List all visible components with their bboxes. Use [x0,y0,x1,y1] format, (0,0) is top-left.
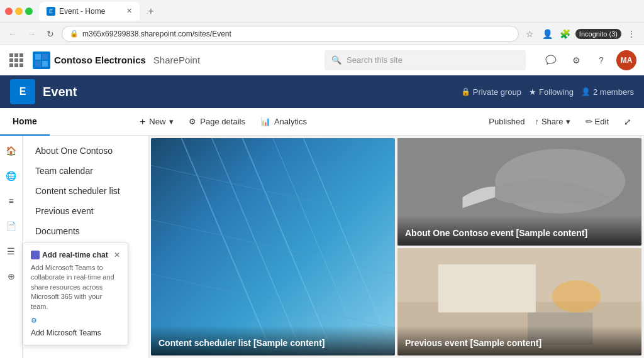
forward-button[interactable]: → [24,26,39,41]
svg-line-5 [182,138,274,355]
analytics-button[interactable]: 📊 Analytics [254,112,313,132]
sidebar-item-documents[interactable]: Documents [23,221,148,241]
grid-item-2-label: About One Contoso event [Sample content] [397,215,641,246]
waffle-menu[interactable] [8,52,25,69]
app-name: SharePoint [153,55,200,65]
bookmark-icon[interactable]: ☆ [523,26,538,41]
browser-dots [5,8,33,15]
browser-actions: ☆ 👤 🧩 Incognito (3) ⋮ [523,26,639,41]
new-button[interactable]: + New ▾ [133,112,180,132]
grid-item-main-label: Content scheduler list [Sample content] [151,325,395,355]
svg-rect-1 [35,54,41,60]
private-group-label: 🔒 Private group [461,87,521,97]
published-status: Published [489,117,525,126]
toolbar: + New ▾ ⚙ Page details 📊 Analytics [126,112,489,132]
page-details-button[interactable]: ⚙ Page details [182,112,252,132]
site-logo: E [10,79,35,104]
brand-name: Contoso Electronics [54,55,146,65]
teams-icon [31,251,40,259]
browser-tab[interactable]: E Event - Home ✕ [39,2,140,21]
site-logo-letter: E [19,86,26,97]
sidebar-item-previous-event[interactable]: Previous event [23,201,148,221]
people-icon: 👤 [581,87,591,96]
tab-close-button[interactable]: ✕ [126,7,132,15]
tab-title: Event - Home [59,7,105,16]
list-icon[interactable]: ☰ [1,241,21,261]
sidebar: About One Contoso Team calendar Content … [23,136,148,358]
incognito-badge[interactable]: Incognito (3) [575,29,621,39]
grid-item-3-label: Previous event [Sample content] [397,325,641,355]
dot-red[interactable] [5,8,13,15]
plus-icon: + [140,116,145,127]
avatar[interactable]: MA [616,50,636,70]
toolbar-right: Published ↑ Share ▾ ✏ Edit ⤢ [489,113,644,131]
main-layout: 🏠 🌐 ≡ 📄 ☰ ⊕ About One Contoso Team calen… [0,136,644,358]
back-button[interactable]: ← [5,26,20,41]
svg-rect-3 [35,61,41,67]
svg-line-6 [212,138,304,355]
add-teams-button[interactable]: Add Microsoft Teams [31,328,120,337]
layers-icon[interactable]: ≡ [1,191,21,211]
grid-item-presentation[interactable]: Previous event [Sample content] [397,248,641,355]
lock-small-icon: 🔒 [461,87,470,96]
teams-popup-description: Add Microsoft Teams to collaborate in re… [31,263,120,312]
analytics-icon: 📊 [260,117,270,126]
main-image [151,138,395,355]
address-bar[interactable]: 🔒 m365x69299838.sharepoint.com/sites/Eve… [62,26,519,42]
share-chevron-icon: ▾ [566,117,570,126]
following-button[interactable]: ★ Following [529,87,574,97]
dot-yellow[interactable] [15,8,23,15]
nav-bar: Home + New ▾ ⚙ Page details 📊 Analytics … [0,108,644,136]
profile-icon[interactable]: 👤 [540,26,555,41]
search-box[interactable]: 🔍 Search this site [325,50,526,70]
sidebar-item-calendar[interactable]: Team calendar [23,161,148,181]
site-header: E Event 🔒 Private group ★ Following 👤 2 … [0,75,644,108]
search-icon: 🔍 [331,55,341,65]
svg-rect-17 [438,264,536,313]
content-area: Content scheduler list [Sample content] … [148,136,644,358]
new-tab-button[interactable]: + [143,4,158,19]
teams-popup: Add real-time chat ✕ Add Microsoft Teams… [23,242,128,345]
teams-popup-close[interactable]: ✕ [114,251,120,259]
home-nav-item[interactable]: Home [0,108,50,136]
tab-favicon: E [47,7,55,16]
waffle-icon [9,53,23,67]
header-actions: ⚙ ? MA [541,50,636,70]
site-title: Event [43,85,461,99]
help-icon[interactable]: ? [591,50,611,70]
share-button[interactable]: ↑ Share ▾ [530,114,575,129]
members-count: 👤 2 members [581,87,634,97]
edit-icon: ✏ [586,117,592,126]
extension-icon[interactable]: 🧩 [558,26,573,41]
reload-button[interactable]: ↻ [43,26,58,41]
sidebar-item-about[interactable]: About One Contoso [23,141,148,161]
image-grid: Content scheduler list [Sample content] … [148,136,644,358]
teams-popup-link: ⚙ [31,317,120,325]
edit-button[interactable]: ✏ Edit [580,114,614,129]
teams-popup-header: Add real-time chat ✕ [31,251,120,259]
left-sidebar-icons: 🏠 🌐 ≡ 📄 ☰ ⊕ [0,136,23,358]
dot-green[interactable] [25,8,33,15]
svg-point-18 [552,280,601,312]
left-nav: Home [0,108,126,136]
grid-item-handshake[interactable]: About One Contoso event [Sample content] [397,138,641,246]
svg-line-9 [304,138,396,355]
lock-icon: 🔒 [70,30,79,38]
menu-icon[interactable]: ⋮ [624,26,639,41]
url-text: m365x69299838.sharepoint.com/sites/Event [82,30,231,38]
teams-popup-title: Add real-time chat [31,251,108,259]
browser-chrome: E Event - Home ✕ + [0,0,644,23]
svg-line-7 [243,138,335,355]
expand-button[interactable]: ⤢ [619,113,636,131]
home-icon[interactable]: 🏠 [1,141,21,161]
svg-rect-2 [42,54,48,60]
settings-icon[interactable]: ⚙ [566,50,586,70]
brand-logo[interactable]: Contoso Electronics [33,52,146,69]
sidebar-item-content-scheduler[interactable]: Content scheduler list [23,181,148,201]
file-icon[interactable]: 📄 [1,216,21,236]
chat-icon[interactable] [541,50,561,70]
add-circle-icon[interactable]: ⊕ [1,266,21,286]
globe-icon[interactable]: 🌐 [1,166,21,186]
chevron-down-icon: ▾ [169,117,174,126]
grid-item-main[interactable]: Content scheduler list [Sample content] [151,138,395,355]
